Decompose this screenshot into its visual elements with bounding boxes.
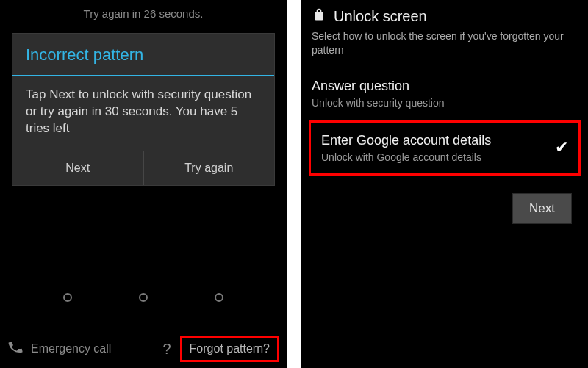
panel-divider: [287, 0, 301, 368]
option-title: Answer question: [312, 79, 578, 94]
pattern-dots-row: [0, 293, 287, 302]
option-answer-question[interactable]: Answer question Unlock with security que…: [301, 70, 588, 119]
unlock-title: Unlock screen: [334, 8, 427, 25]
checkmark-icon: ✔: [548, 138, 568, 157]
dialog-buttons: Next Try again: [12, 151, 274, 185]
emergency-call-button[interactable]: Emergency call: [31, 342, 154, 356]
option-subtitle: Unlock with Google account details: [321, 151, 548, 163]
try-again-button[interactable]: Try again: [143, 151, 275, 185]
incorrect-pattern-dialog: Incorrect pattern Tap Next to unlock wit…: [12, 33, 275, 186]
bottom-bar: Emergency call ? Forgot pattern?: [0, 336, 287, 362]
dialog-title: Incorrect pattern: [12, 34, 274, 75]
help-icon[interactable]: ?: [158, 341, 175, 358]
pattern-dot[interactable]: [139, 293, 148, 302]
lock-icon: [312, 7, 326, 25]
unlock-screen-panel: Unlock screen Select how to unlock the s…: [301, 0, 588, 368]
unlock-header: Unlock screen: [301, 0, 588, 29]
option-title: Enter Google account details: [321, 133, 548, 148]
option-google-account[interactable]: Enter Google account details Unlock with…: [309, 120, 581, 176]
forgot-pattern-button[interactable]: Forgot pattern?: [180, 336, 279, 362]
phone-icon: [7, 339, 24, 358]
pattern-dot[interactable]: [63, 293, 72, 302]
dialog-body: Tap Next to unlock with security questio…: [12, 76, 274, 151]
next-row: Next: [301, 177, 588, 224]
lock-screen-panel: Try again in 26 seconds. Incorrect patte…: [0, 0, 287, 368]
next-button[interactable]: Next: [512, 193, 572, 224]
pattern-dot[interactable]: [215, 293, 223, 302]
option-subtitle: Unlock with security question: [312, 97, 578, 109]
next-button[interactable]: Next: [12, 151, 143, 185]
unlock-subtitle: Select how to unlock the screen if you'v…: [301, 29, 588, 65]
header-divider: [312, 65, 578, 65]
retry-countdown: Try again in 26 seconds.: [0, 0, 287, 33]
